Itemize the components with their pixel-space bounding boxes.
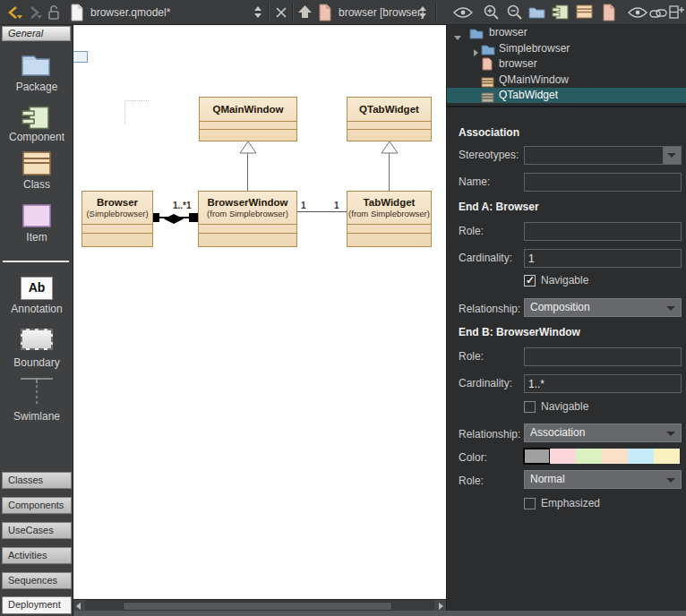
partial-package-element[interactable] — [73, 51, 88, 63]
add-item-icon[interactable] — [602, 4, 616, 25]
properties-section-title: Association — [459, 126, 519, 139]
close-icon[interactable] — [274, 5, 288, 23]
annotation-icon[interactable]: Ab — [21, 277, 53, 300]
name-input[interactable] — [524, 173, 682, 192]
class-name: TabWidget — [364, 197, 416, 208]
end-b-section-title: End B: BrowserWindow — [459, 326, 580, 338]
forward-icon[interactable] — [25, 4, 43, 25]
class-box-browser[interactable]: Browser (Simplebrowser) — [81, 191, 153, 247]
class-box-qmainwindow[interactable]: QMainWindow — [199, 97, 297, 141]
visibility-icon[interactable] — [628, 6, 647, 22]
horizontal-scrollbar[interactable] — [73, 599, 446, 612]
palette-tab-activities[interactable]: Activities — [2, 547, 72, 564]
end-a-relationship-combobox[interactable]: Composition — [524, 298, 682, 317]
zoom-out-icon[interactable] — [506, 4, 523, 24]
association-line[interactable] — [297, 211, 347, 212]
end-b-cardinality-label: Cardinality: — [459, 377, 512, 389]
palette-tab-components[interactable]: Components — [2, 497, 72, 514]
palette-tool-item[interactable]: Item — [0, 231, 73, 244]
add-view-icon[interactable] — [669, 5, 685, 23]
zoom-in-icon[interactable] — [483, 4, 500, 24]
diagram-selector[interactable]: browser [browser] — [339, 6, 424, 19]
end-b-navigable-checkbox[interactable] — [524, 401, 536, 413]
end-b-relationship-combobox[interactable]: Association — [524, 424, 682, 442]
association-cardinality-a: 1 — [301, 201, 306, 210]
color-swatch-gray[interactable] — [524, 449, 550, 464]
tree-item-qmainwindow[interactable]: QMainWindow — [447, 73, 686, 88]
end-b-role-input[interactable] — [524, 347, 682, 366]
palette-tool-class[interactable]: Class — [0, 178, 73, 191]
end-a-cardinality-input[interactable] — [524, 249, 682, 268]
selection-handle[interactable] — [189, 213, 198, 222]
color-swatch-pink[interactable] — [550, 449, 576, 464]
stereotypes-combobox[interactable] — [524, 146, 682, 165]
class-icon[interactable] — [22, 151, 51, 179]
composition-diamond-icon — [163, 212, 184, 228]
palette-tool-package[interactable]: Package — [0, 81, 73, 93]
palette-tool-component[interactable]: Component — [0, 131, 73, 143]
panel-splitter[interactable] — [447, 106, 686, 107]
palette-tool-boundary[interactable]: Boundary — [0, 356, 73, 369]
diagram-file-icon — [318, 4, 332, 25]
class-box-browserwindow[interactable]: BrowserWindow (from Simplebrowser) — [198, 191, 297, 247]
end-b-cardinality-input[interactable] — [524, 374, 682, 393]
role-style-combobox[interactable]: Normal — [524, 470, 682, 489]
class-name: QMainWindow — [212, 104, 283, 115]
toolbar: browser.qmodel* browser [browser] — [0, 0, 686, 25]
palette-tool-swimlane[interactable]: Swimlane — [0, 410, 73, 423]
tree-item-qtabwidget[interactable]: QTabWidget — [447, 88, 686, 103]
palette-tool-annotation[interactable]: Annotation — [0, 303, 73, 315]
end-a-cardinality-label: Cardinality: — [459, 252, 512, 264]
palette-tab-sequences[interactable]: Sequences — [2, 572, 72, 589]
tree-item-browser-diagram[interactable]: browser — [447, 56, 686, 72]
emphasized-label[interactable]: Emphasized — [541, 497, 600, 509]
class-box-qtabwidget[interactable]: QTabWidget — [347, 97, 432, 141]
add-component-icon[interactable] — [552, 4, 569, 23]
end-b-navigable-label[interactable]: Navigable — [541, 400, 588, 413]
chevron-down-icon — [666, 306, 675, 311]
back-icon[interactable] — [5, 4, 23, 25]
component-icon[interactable] — [21, 106, 50, 133]
class-name: QTabWidget — [359, 104, 419, 115]
generalization-line[interactable] — [389, 153, 390, 191]
swimlane-icon[interactable] — [20, 377, 54, 409]
generalization-line[interactable] — [247, 153, 248, 191]
chevron-down-icon — [666, 432, 675, 436]
class-box-tabwidget[interactable]: TabWidget (from Simplebrowser) — [347, 191, 432, 247]
end-a-navigable-checkbox[interactable] — [524, 275, 536, 287]
toolbar-separator — [292, 3, 293, 22]
scrollbar-thumb[interactable] — [123, 602, 392, 611]
end-a-role-input[interactable] — [524, 222, 682, 241]
palette-tab-classes[interactable]: Classes — [2, 472, 72, 489]
up-level-icon[interactable] — [297, 4, 313, 24]
palette-tab-deployment[interactable]: Deployment — [2, 596, 72, 614]
color-swatch-green[interactable] — [576, 449, 602, 464]
end-a-navigable-label[interactable]: Navigable — [541, 274, 588, 287]
stereotypes-dropdown-button[interactable] — [663, 147, 681, 164]
lock-icon[interactable] — [47, 4, 61, 24]
add-package-icon[interactable] — [528, 5, 545, 22]
updown-arrows-icon[interactable] — [253, 6, 262, 22]
name-label: Name: — [459, 175, 490, 188]
color-swatch-peach[interactable] — [602, 449, 628, 464]
toolbar-separator — [268, 3, 269, 22]
end-b-relationship-label: Relationship: — [459, 428, 520, 441]
package-icon[interactable] — [21, 52, 51, 81]
color-swatch-yellow[interactable] — [654, 449, 680, 464]
updown-arrows-icon[interactable] — [418, 6, 427, 22]
end-a-relationship-value: Composition — [530, 301, 590, 313]
document-selector[interactable]: browser.qmodel* — [90, 6, 170, 19]
color-swatch-blue[interactable] — [628, 449, 654, 464]
composition-cardinality-label: 1..*1 — [173, 201, 192, 210]
item-icon[interactable] — [22, 204, 51, 231]
boundary-icon[interactable] — [21, 329, 53, 350]
emphasized-checkbox[interactable] — [524, 498, 536, 509]
diagram-canvas[interactable]: 1..*1 1 1 QMainWindow QTabWidget Browser… — [73, 25, 446, 599]
tree-item-simplebrowser[interactable]: Simplebrowser — [447, 41, 686, 56]
add-class-icon[interactable] — [576, 4, 593, 22]
visibility-icon[interactable] — [453, 6, 473, 22]
tree-item-browser-root[interactable]: browser — [447, 25, 686, 40]
link-icon[interactable] — [649, 7, 667, 23]
palette-section-general[interactable]: General — [2, 26, 71, 41]
palette-tab-usecases[interactable]: UseCases — [2, 522, 72, 539]
